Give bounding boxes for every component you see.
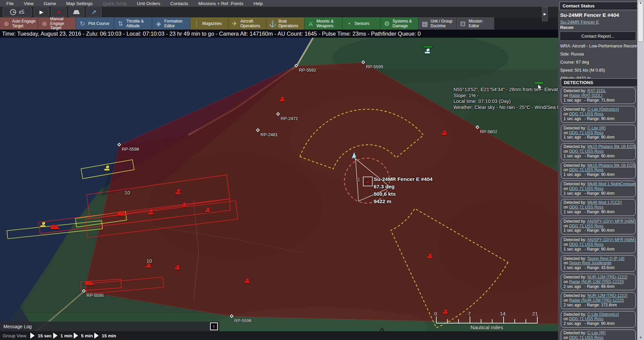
- detection-sensor-link[interactable]: NUR-12M [TRD-1222]: [587, 293, 628, 298]
- menu-item[interactable]: Unit Orders: [132, 1, 165, 6]
- time-step-option[interactable]: 15 min: [94, 333, 116, 339]
- hostile-facility-cluster-icon[interactable]: [50, 225, 59, 229]
- detection-card[interactable]: Detected by: C-Lite [Optronics] on DDG 7…: [561, 106, 636, 122]
- message-log-bar[interactable]: Message Log ↑: [0, 322, 219, 331]
- detection-sensor-link[interactable]: C-Lite [IR]: [587, 126, 606, 130]
- detections-header[interactable]: DETECTIONS »: [561, 78, 643, 87]
- menu-item[interactable]: Quick Jump: [98, 1, 132, 6]
- scrollbar-thumb[interactable]: [638, 1, 643, 42]
- hostile-facility-cluster-icon[interactable]: [85, 281, 94, 285]
- menu-item[interactable]: View: [19, 1, 39, 6]
- sidebar-collapse-button[interactable]: ▶: [542, 7, 548, 21]
- menu-item[interactable]: Map Settings: [61, 1, 98, 6]
- detection-platform-link[interactable]: DDG 71 USS Ross: [569, 205, 604, 210]
- detection-platform-link[interactable]: Spoon Rest Juodkrante: [569, 261, 611, 265]
- toolbar-button[interactable]: ◈ FormationEditor: [152, 17, 190, 30]
- hostile-radar-icon[interactable]: [148, 210, 154, 214]
- detection-sensor-link[interactable]: AN/SPY-1D(V) MFR [ABM M: [587, 219, 636, 224]
- detection-platform-link[interactable]: Radar (NUR-12M [TRD-1222]): [569, 279, 624, 284]
- detection-sensor-link[interactable]: Mk46 Mod 1 NightConquero: [587, 182, 636, 186]
- toolbar-button[interactable]: ◔ Sensors: [342, 17, 380, 30]
- detection-sensor-link[interactable]: Mk15 Phalanx Blk 1B EOSS: [587, 144, 636, 149]
- detection-platform-link[interactable]: Radar (RAT-31DL): [569, 93, 603, 98]
- toolbar-button[interactable]: ⊗ ManualEngage Target: [38, 17, 76, 30]
- record-button[interactable]: ●: [51, 7, 67, 17]
- detection-card[interactable]: Detected by: RAT-31DL on Radar (RAT-31DL…: [561, 87, 636, 104]
- toolbar-button[interactable]: ↻ Plot Course: [76, 17, 114, 30]
- detection-sensor-link[interactable]: C-Lite [Optronics]: [587, 107, 619, 112]
- toolbar-button[interactable]: ⊕ Auto EngageTarget: [0, 17, 38, 30]
- detection-platform-link[interactable]: DDG 71 USS Ross: [569, 316, 604, 321]
- tactical-map[interactable]: ✈ RP-5592 RP-5599 RP-2472: [0, 38, 558, 340]
- menu-item[interactable]: Contacts: [165, 1, 193, 6]
- detection-card[interactable]: Detected by: AN/SPY-1D(V) MFR [ABM M on …: [561, 218, 636, 234]
- detection-sensor-link[interactable]: AN/SPY-1D(V) MFR [ABM M: [587, 237, 636, 242]
- detection-platform-link[interactable]: DDG 71 USS Ross: [569, 167, 604, 172]
- hostile-radar-icon[interactable]: [175, 190, 181, 194]
- detection-sensor-link[interactable]: Mk46 Mod 1 [CCD]: [587, 200, 622, 205]
- hostile-facility-cluster-icon[interactable]: [117, 211, 126, 216]
- toolbar-button[interactable]: ▤ Unit / GroupDoctrine: [418, 17, 456, 30]
- menu-item[interactable]: Missions + Ref. Points: [193, 1, 248, 6]
- run-button[interactable]: ▶: [34, 7, 49, 17]
- detection-card[interactable]: Detected by: Mk46 Mod 1 [CCD] on DDG 71 …: [561, 199, 636, 216]
- detection-card[interactable]: Detected by: Mk15 Phalanx Blk 1B EOSS on…: [561, 143, 636, 160]
- detection-sensor-link[interactable]: C-Lite [Optronics]: [587, 312, 619, 317]
- neutral-radar-icon[interactable]: [425, 49, 430, 53]
- message-log-expand-button[interactable]: ↑: [210, 323, 218, 330]
- toolbar-button[interactable]: ⚔ Mounts &Weapons: [304, 17, 342, 30]
- hostile-facility-icon[interactable]: [146, 263, 151, 267]
- detection-platform-link[interactable]: DDG 71 USS Ross: [569, 186, 604, 191]
- toolbar-button[interactable]: ⚙ Systems &Damage: [380, 17, 418, 30]
- detection-card[interactable]: Detected by: C-Lite [Optronics] on DDG 7…: [561, 311, 636, 328]
- time-step-option[interactable]: 15 sec: [30, 333, 52, 339]
- detection-card[interactable]: Detected by: AN/SPY-1D(V) MFR [ABM M on …: [561, 236, 636, 253]
- hostile-facility-icon[interactable]: [279, 97, 285, 101]
- group-view-label[interactable]: Group View: [3, 333, 26, 338]
- toolbar-button[interactable]: ⊡ MissionEditor: [456, 17, 495, 30]
- time-compression-button[interactable]: x5: [3, 7, 32, 17]
- detection-sensor-link[interactable]: C-Lite [IR]: [587, 331, 606, 335]
- detection-card[interactable]: Detected by: Mk15 Phalanx Blk 1B EOSS on…: [561, 162, 636, 179]
- toolbar-button[interactable]: ⋮ Magazines: [190, 17, 228, 30]
- detection-platform-link[interactable]: Radar (NUR-12M [TRD-1222]): [569, 298, 624, 303]
- hostile-facility-icon[interactable]: [244, 278, 250, 283]
- toolbar-button[interactable]: ⚓ BoatOperations: [266, 17, 304, 30]
- toolbar-button[interactable]: ✈ AircraftOperations: [228, 17, 266, 30]
- contact-type-link[interactable]: Su-24MR Fencer E: [560, 20, 599, 25]
- scroll-up-icon[interactable]: ▲: [637, 1, 644, 4]
- friendly-radar-icon[interactable]: [40, 223, 46, 227]
- time-step-option[interactable]: 1 min: [53, 333, 72, 339]
- time-step-option[interactable]: 5 min: [74, 333, 93, 339]
- contact-report-button[interactable]: Contact Report...: [560, 32, 636, 40]
- jump-to-button[interactable]: ↗: [86, 7, 102, 17]
- camera-view-button[interactable]: [69, 7, 84, 17]
- hostile-facility-icon[interactable]: [427, 254, 433, 258]
- hostile-facility-icon[interactable]: [181, 202, 187, 207]
- detection-platform-link[interactable]: DDG 71 USS Ross: [569, 130, 604, 135]
- detection-sensor-link[interactable]: Mk15 Phalanx Blk 1B EOSS: [587, 163, 636, 168]
- detection-platform-link[interactable]: DDG 71 USS Ross: [569, 335, 604, 340]
- detection-sensor-link[interactable]: NUR-12M [TRD-1222]: [587, 275, 628, 279]
- detection-card[interactable]: Detected by: C-Lite [IR] on DDG 71 USS R…: [561, 330, 636, 340]
- hostile-facility-icon[interactable]: [175, 265, 180, 269]
- menu-item[interactable]: Help: [248, 1, 268, 6]
- menu-item[interactable]: Game: [39, 1, 61, 6]
- detection-platform-link[interactable]: DDG 71 USS Ross: [569, 224, 604, 228]
- detection-card[interactable]: Detected by: NUR-12M [TRD-1222] on Radar…: [561, 292, 636, 309]
- detection-card[interactable]: Detected by: NUR-12M [TRD-1222] on Radar…: [561, 274, 636, 290]
- menu-item[interactable]: File: [1, 1, 19, 6]
- hostile-facility-icon[interactable]: [442, 130, 447, 135]
- detection-platform-link[interactable]: DDG 71 USS Ross: [569, 149, 604, 154]
- scroll-down-icon[interactable]: ▼: [637, 336, 644, 339]
- detection-sensor-link[interactable]: RAT-31DL: [587, 88, 606, 93]
- detection-card[interactable]: Detected by: Mk46 Mod 1 NightConquero on…: [561, 181, 636, 197]
- detection-sensor-link[interactable]: Spoon Rest D [P-18]: [587, 256, 624, 261]
- detection-platform-link[interactable]: DDG 71 USS Ross: [569, 112, 604, 116]
- friendly-radar-icon[interactable]: [104, 166, 110, 171]
- detection-platform-link[interactable]: DDG 71 USS Ross: [569, 242, 604, 247]
- detection-card[interactable]: Detected by: C-Lite [IR] on DDG 71 USS R…: [561, 125, 636, 141]
- sidebar-scrollbar[interactable]: ▼ ▲: [637, 0, 644, 340]
- hostile-facility-icon[interactable]: [205, 207, 210, 212]
- detection-card[interactable]: Detected by: Spoon Rest D [P-18] on Spoo…: [561, 255, 636, 272]
